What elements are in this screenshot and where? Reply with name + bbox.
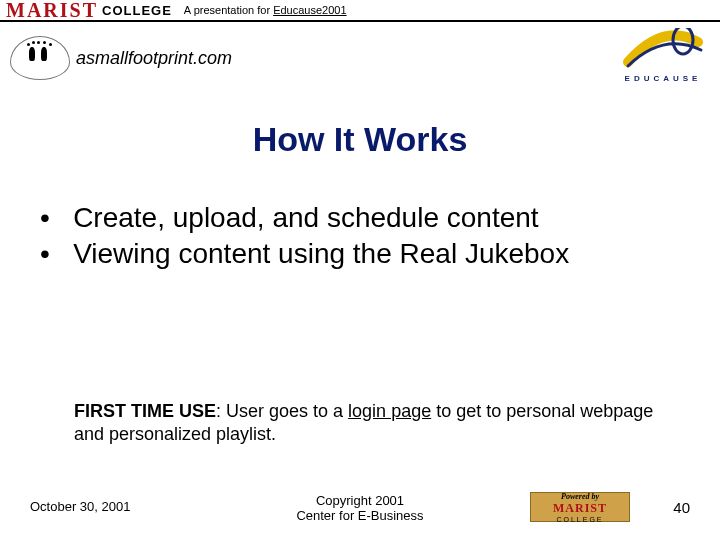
slide: MARIST COLLEGE A presentation for Educau…: [0, 0, 720, 540]
footer: October 30, 2001 Copyright 2001 Center f…: [0, 490, 720, 530]
footprint-text: asmallfootprint.com: [76, 48, 232, 69]
slide-title: How It Works: [0, 120, 720, 159]
educause-swoosh-icon: [623, 28, 703, 72]
educause-label: EDUCAUSE: [618, 74, 708, 83]
educause-logo: EDUCAUSE: [618, 28, 708, 90]
tagline-prefix: A presentation for: [184, 4, 273, 16]
badge-powered: Powered by: [561, 492, 599, 501]
bullet-item: • Viewing content using the Real Jukebox: [40, 236, 660, 272]
page-number: 40: [673, 499, 690, 516]
bullet-text: Create, upload, and schedule content: [73, 202, 538, 233]
badge-marist: MARIST: [553, 501, 607, 516]
powered-by-badge: Powered by MARIST COLLEGE: [530, 492, 630, 522]
tagline: A presentation for Educause2001: [184, 4, 347, 16]
copyright-line2: Center for E-Business: [296, 508, 423, 523]
org-name: MARIST: [6, 0, 98, 22]
copyright-line1: Copyright 2001: [316, 493, 404, 508]
badge-college: COLLEGE: [556, 516, 603, 523]
footprint-logo: asmallfootprint.com: [10, 34, 320, 82]
login-page-link[interactable]: login page: [348, 401, 431, 421]
bullet-text: Viewing content using the Real Jukebox: [73, 238, 569, 269]
first-time-note: FIRST TIME USE: User goes to a login pag…: [74, 400, 654, 447]
logo-row: asmallfootprint.com EDUCAUSE: [0, 28, 720, 90]
bullet-item: • Create, upload, and schedule content: [40, 200, 660, 236]
footprint-icon: [10, 36, 70, 80]
org-sub: COLLEGE: [102, 3, 172, 18]
marist-logo: MARIST COLLEGE: [0, 0, 172, 22]
note-lead: FIRST TIME USE: [74, 401, 216, 421]
tagline-event: Educause: [273, 4, 322, 16]
note-sep: :: [216, 401, 226, 421]
note-before-link: User goes to a: [226, 401, 348, 421]
header-bar: MARIST COLLEGE A presentation for Educau…: [0, 0, 720, 22]
bullet-list: • Create, upload, and schedule content •…: [40, 200, 660, 272]
tagline-year: 2001: [322, 4, 346, 16]
